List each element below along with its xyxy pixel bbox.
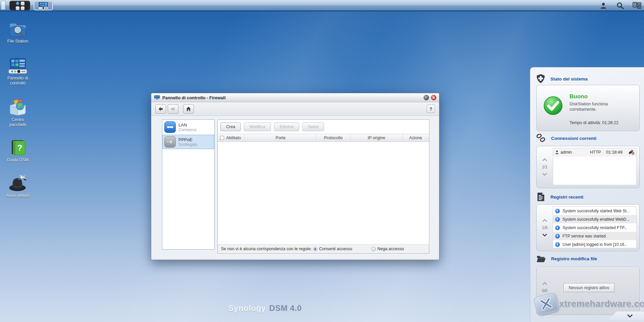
desktop-icon-dsm-help[interactable]: ? Guida DSM	[3, 140, 33, 163]
default-policy-label: Se non vi è alcuna corrispondenza con le…	[221, 247, 312, 251]
info-icon: i	[555, 225, 560, 230]
help-button[interactable]: ?	[427, 105, 435, 113]
uptime-text: Tempo di attività: 01:26:22	[570, 120, 619, 125]
disconnect-icon[interactable]	[628, 150, 634, 155]
connection-row: admin HTTP 01:18:49	[553, 148, 636, 156]
column-header-enabled[interactable]: Abilitato	[218, 134, 245, 142]
interface-list: LAN Connesso PPPoE Scollegato	[162, 119, 215, 250]
deny-access-label: Nega accesso	[377, 247, 404, 251]
page-up-icon[interactable]	[542, 219, 547, 222]
window-titlebar[interactable]: Pannello di controllo - Firewall ✕	[151, 93, 439, 102]
desktop-icon-quick-start[interactable]: Avvio veloce	[3, 175, 33, 198]
dsm-branding: SynologyDSM 4.0	[0, 304, 530, 313]
interface-item-lan[interactable]: LAN Connesso	[162, 120, 214, 135]
search-button[interactable]	[616, 2, 625, 10]
home-icon	[186, 106, 191, 112]
page-up-icon[interactable]	[542, 282, 547, 285]
user-options-button[interactable]	[599, 2, 608, 10]
allow-access-radio[interactable]	[313, 247, 317, 251]
column-header-source-ip[interactable]: IP origine	[351, 134, 403, 142]
interface-status: Connesso	[178, 127, 197, 132]
desktop-icon-label: File Station	[3, 39, 33, 44]
control-panel-window: Pannello di controllo - Firewall ✕	[151, 93, 439, 260]
rules-table-header: Abilitato Porte Protocollo IP origine Az…	[218, 134, 429, 142]
system-status-icon	[536, 74, 545, 84]
interface-status: Scollegato	[178, 142, 197, 147]
info-icon: i	[555, 234, 560, 238]
show-desktop-button[interactable]	[1, 1, 5, 10]
connections-card: 1/1 admin HTTP 01:18:49	[536, 146, 640, 188]
interface-name: LAN	[178, 122, 197, 127]
window-toolbar: ?	[151, 102, 439, 116]
control-panel-icon	[38, 2, 48, 9]
modify-button[interactable]: Modifica	[244, 122, 271, 131]
forward-arrow-icon	[170, 106, 176, 112]
collapse-chevron-icon	[627, 314, 633, 318]
page-down-icon[interactable]	[542, 233, 547, 236]
user-icon	[600, 2, 607, 9]
desktop-icon-file-station[interactable]: File Station	[3, 21, 33, 44]
log-entry: i System successfully enabled WebD...	[553, 215, 636, 223]
status-value: Buono	[570, 93, 588, 100]
main-menu-button[interactable]	[9, 1, 30, 10]
logs-list: i System successfully started Web St... …	[553, 206, 637, 248]
file-station-icon	[3, 21, 33, 38]
page-indicator: 1/5	[542, 225, 548, 230]
main-menu-grid-icon	[16, 2, 24, 10]
svg-text:?: ?	[17, 143, 22, 152]
delete-button[interactable]: Elimina	[274, 122, 299, 131]
connection-user: admin	[560, 150, 590, 155]
pilot-view-button[interactable]	[633, 2, 641, 10]
back-button[interactable]	[155, 104, 166, 114]
taskbar	[0, 0, 644, 11]
interface-item-pppoe[interactable]: PPPoE Scollegato	[162, 135, 214, 149]
home-button[interactable]	[183, 104, 194, 114]
log-entry: i User [admin] logged in from [10.16...	[553, 240, 636, 249]
logs-pager: 1/5	[537, 205, 553, 251]
status-description: DiskStation funziona correttamente.	[570, 101, 630, 112]
interface-name: PPPoE	[178, 137, 197, 142]
forward-button[interactable]	[168, 104, 178, 114]
desktop-icon-control-panel[interactable]: Pannello di controllo	[3, 58, 33, 86]
brand-version: DSM 4.0	[269, 304, 302, 313]
widget-title: Registri recenti	[550, 195, 583, 200]
select-all-checkbox[interactable]	[220, 136, 224, 140]
desktop-icon-label: Avvio veloce	[3, 193, 33, 198]
recent-logs-card: 1/5 i System successfully started Web St…	[536, 204, 640, 251]
dsm-help-icon: ?	[3, 140, 33, 156]
watermark: xtremehardware.com	[535, 294, 644, 313]
save-button[interactable]: Salva	[302, 122, 324, 131]
default-policy-bar: Se non vi è alcuna corrispondenza con le…	[218, 244, 429, 253]
lan-icon	[164, 121, 176, 133]
desktop-icon-label: Guida DSM	[3, 158, 33, 163]
page-down-icon[interactable]	[542, 173, 547, 176]
desktop-icon-package-center[interactable]: Centro pacchetti	[3, 99, 33, 127]
log-entry: i System successfully restarted FTP...	[553, 223, 636, 232]
allow-access-label: Consenti accesso	[319, 247, 352, 251]
desktop-icon-label: Centro pacchetti	[3, 117, 33, 127]
connection-protocol: HTTP	[590, 150, 606, 155]
connections-icon	[536, 134, 546, 143]
connections-pager: 1/1	[537, 146, 553, 188]
system-status-card: Buono DiskStation funziona correttamente…	[536, 85, 640, 131]
control-panel-desktop-icon	[3, 58, 33, 74]
column-header-protocol[interactable]: Protocollo	[316, 134, 351, 142]
page-up-icon[interactable]	[542, 158, 547, 161]
close-button[interactable]: ✕	[431, 95, 436, 100]
column-header-ports[interactable]: Porte	[245, 134, 316, 142]
connection-duration: 01:18:49	[606, 150, 628, 155]
create-button[interactable]: Crea	[220, 122, 241, 131]
watermark-logo-icon	[533, 292, 559, 316]
pilot-view-icon	[633, 2, 641, 9]
window-title: Pannello di controllo - Firewall	[162, 95, 226, 100]
column-header-action[interactable]: Azione	[403, 134, 428, 142]
info-icon: i	[555, 209, 560, 213]
quick-start-icon	[3, 175, 33, 192]
logs-icon	[536, 192, 545, 202]
minimize-button[interactable]	[424, 95, 429, 100]
taskbar-item-control-panel[interactable]	[34, 1, 53, 10]
no-active-log-message: Nessun registro attivo	[564, 283, 614, 292]
firewall-rules-panel: Crea Modifica Elimina Salva Abilitato Po…	[217, 119, 429, 254]
user-small-icon	[555, 150, 559, 154]
deny-access-radio[interactable]	[371, 247, 376, 251]
